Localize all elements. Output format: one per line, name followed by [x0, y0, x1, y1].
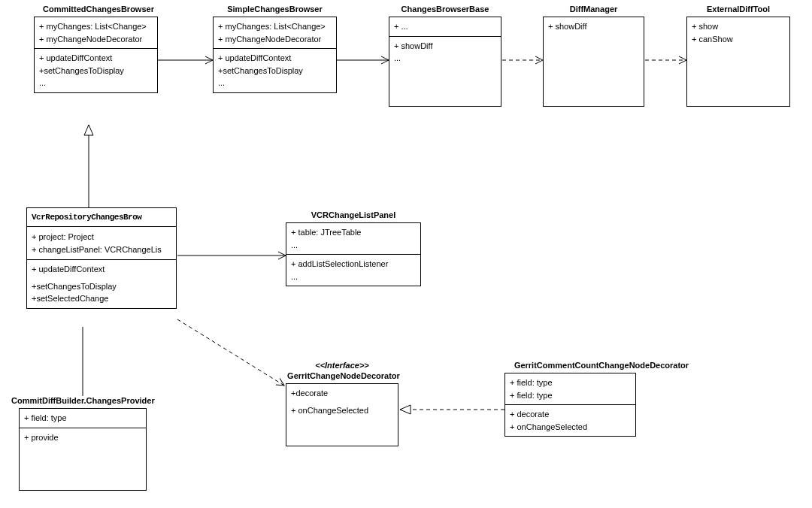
ops: + decorate + onChangeSelected	[505, 405, 635, 436]
attr: + myChangeNodeDecorator	[39, 33, 153, 46]
class-title-base: ChangesBrowserBase	[389, 5, 501, 14]
class-vcr-repo-changes-browser: VcrRepositoryChangesBrow + project: Proj…	[26, 207, 177, 309]
ops: + updateDiffContext +setChangesToDisplay…	[27, 260, 176, 308]
attrs: + ...	[389, 17, 501, 37]
class-commit-diff-builder: + field: type + provide	[19, 408, 147, 491]
attr: + table: JTreeTable	[291, 226, 416, 239]
attr: ...	[291, 239, 416, 252]
op: + canShow	[692, 33, 785, 46]
op: +setChangesToDisplay	[218, 65, 332, 77]
attr: + project: Project	[32, 231, 171, 243]
ops: +decorate + onChangeSelected	[286, 384, 398, 419]
class-title: VcrRepositoryChangesBrow	[27, 208, 176, 227]
op: + decorate	[510, 408, 631, 421]
attrs: + field: type	[20, 409, 146, 428]
attrs: + table: JTreeTable ...	[286, 223, 420, 255]
attr: + field: type	[510, 376, 631, 389]
attr: + myChanges: List<Change>	[218, 20, 332, 33]
attrs: + field: type + field: type	[505, 373, 635, 405]
uml-diagram-canvas: CommittedChangesBrowser + myChanges: Lis…	[0, 0, 812, 508]
op: + updateDiffContext	[218, 52, 332, 65]
attr: + myChangeNodeDecorator	[218, 33, 332, 46]
op: + updateDiffContext	[39, 52, 153, 65]
op: + updateDiffContext	[32, 263, 171, 276]
class-title-ext: ExternalDiffTool	[686, 5, 790, 14]
op: +setSelectedChange	[32, 292, 171, 305]
class-title-gerritdec: GerritChangeNodeDecorator	[265, 371, 423, 380]
class-title-simple: SimpleChangesBrowser	[213, 5, 337, 14]
op: +setChangesToDisplay	[39, 65, 153, 77]
attrs: + myChanges: List<Change> + myChangeNode…	[35, 17, 157, 49]
attrs: + myChanges: List<Change> + myChangeNode…	[214, 17, 336, 49]
attrs: + project: Project + changeListPanel: VC…	[27, 227, 176, 260]
op: + onChangeSelected	[510, 421, 631, 434]
class-committed-changes-browser: + myChanges: List<Change> + myChangeNode…	[34, 17, 158, 93]
class-title-vcrpanel: VCRChangeListPanel	[286, 210, 421, 219]
class-changes-browser-base: + ... + showDiff ...	[389, 17, 501, 107]
op: + addListSelectionListener	[291, 258, 416, 271]
class-title-commitdiff: CommitDiffBuilder.ChangesProvider	[11, 396, 169, 405]
attr: + field: type	[510, 389, 631, 402]
ops: + showDiff	[544, 17, 644, 36]
class-simple-changes-browser: + myChanges: List<Change> + myChangeNode…	[213, 17, 337, 93]
class-stereotype-gerritdec: <<Interface>>	[286, 361, 398, 370]
attr: + changeListPanel: VCRChangeLis	[32, 243, 171, 256]
class-diff-manager: + showDiff	[543, 17, 644, 107]
class-vcr-changelist-panel: + table: JTreeTable ... + addListSelecti…	[286, 222, 421, 286]
op: + showDiff	[548, 20, 639, 33]
op: + show	[692, 20, 785, 33]
ops: + showDiff ...	[389, 37, 501, 68]
ops: + show + canShow	[687, 17, 789, 48]
ops: + updateDiffContext +setChangesToDisplay…	[35, 49, 157, 92]
ops: + provide	[20, 428, 146, 447]
op: + onChangeSelected	[291, 404, 393, 417]
class-title-gerritcount: GerritCommentCountChangeNodeDecorator	[492, 361, 710, 370]
op: ...	[394, 52, 496, 65]
class-title-diffmgr: DiffManager	[543, 5, 644, 14]
class-title-committed: CommittedChangesBrowser	[30, 5, 167, 14]
attr: + myChanges: List<Change>	[39, 20, 153, 33]
class-gerrit-comment-count-decorator: + field: type + field: type + decorate +…	[504, 373, 636, 437]
op: + showDiff	[394, 40, 496, 53]
op: + provide	[24, 431, 141, 444]
op: ...	[39, 77, 153, 89]
op: +decorate	[291, 387, 393, 400]
attr: + ...	[394, 20, 496, 33]
op: ...	[291, 271, 416, 283]
op: ...	[218, 77, 332, 89]
ops: + addListSelectionListener ...	[286, 255, 420, 286]
attr: + field: type	[24, 412, 141, 425]
ops: + updateDiffContext +setChangesToDisplay…	[214, 49, 336, 92]
class-gerrit-change-node-decorator: +decorate + onChangeSelected	[286, 383, 398, 446]
class-external-diff-tool: + show + canShow	[686, 17, 790, 107]
op: +setChangesToDisplay	[32, 280, 171, 293]
